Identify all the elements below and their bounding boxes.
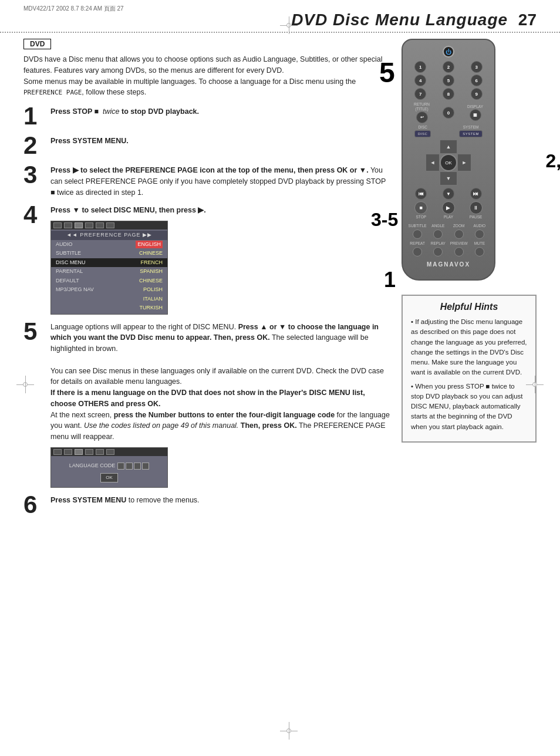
pause-label: PAUSE: [470, 215, 483, 219]
menu-topbar-1: [51, 221, 167, 230]
lc-icon-4: [85, 449, 93, 455]
bottom-labels-1: SUBTITLE ANGLE ZOOM AUDIO: [407, 224, 490, 239]
step-6-number: 6: [23, 492, 46, 517]
btn-5[interactable]: 5: [443, 75, 454, 86]
angle-button[interactable]: [433, 230, 443, 239]
title-label: (TITLE): [416, 107, 429, 111]
mute-label: MUTE: [474, 241, 485, 245]
angle-col: ANGLE: [428, 224, 448, 239]
disc-button[interactable]: DISC: [414, 130, 431, 137]
remote: ⏻ 1 2 3 4 5 6 7 8 9: [402, 39, 495, 281]
skip-row: ⏮ ▼ ⏭: [407, 188, 490, 200]
step-1-content: Press STOP ■ twice to stop DVD playback.: [50, 106, 390, 117]
zoom-col: ZOOM: [449, 224, 469, 239]
play-label: PLAY: [444, 215, 453, 219]
lc-icon-3: [75, 449, 83, 455]
zoom-label: ZOOM: [453, 224, 465, 228]
menu-row-subtitle: SUBTITLECHINESE: [51, 249, 167, 258]
play-transport: ▶ PLAY: [442, 201, 455, 219]
left-crosshair-mark: [16, 376, 34, 393]
lc-icon-2: [64, 449, 72, 455]
step-6-content: Press SYSTEM MENU to remove the menus.: [50, 495, 390, 506]
power-icon: ⏻: [446, 49, 451, 55]
lc-icon-6: [106, 449, 114, 455]
btn-0[interactable]: 0: [443, 107, 454, 119]
system-button[interactable]: SYSTEM: [459, 130, 483, 137]
btn-prev[interactable]: ⏮: [415, 188, 427, 200]
return-label: RETURN: [414, 102, 430, 106]
lc-body: LANGUAGE CODE OK: [51, 456, 167, 488]
subtitle-button[interactable]: [413, 230, 422, 239]
replay-button[interactable]: [433, 247, 443, 256]
menu-row-parental: PARENTALSPANISH: [51, 267, 167, 276]
menu-row-turkish: TURKISH: [51, 303, 167, 313]
step-2-content: Press SYSTEM MENU.: [50, 136, 390, 147]
brand-label: MAGNAVOX: [407, 261, 490, 268]
stop-button[interactable]: ■: [414, 201, 427, 214]
btn-1[interactable]: 1: [414, 61, 426, 73]
power-button[interactable]: ⏻: [443, 46, 454, 58]
audio-col: AUDIO: [470, 224, 490, 239]
menu-row-mp3: MP3/JPEG NAVPOLISH: [51, 285, 167, 295]
step-3-content: Press ▶ to select the PREFERENCE PAGE ic…: [50, 165, 390, 198]
step-4-number: 4: [23, 203, 46, 227]
nav-left-button[interactable]: ◄: [426, 154, 440, 171]
step-4-content: Press ▼ to select DISC MENU, then press …: [50, 205, 390, 314]
btn-next[interactable]: ⏭: [470, 188, 482, 200]
nav-right-button[interactable]: ►: [457, 154, 471, 171]
menu-row-disc-menu: DISC MENUFRENCH: [51, 258, 167, 268]
btn-down2[interactable]: ▼: [443, 188, 454, 200]
bottom-crosshair-mark: [280, 722, 298, 740]
btn-8[interactable]: 8: [443, 88, 454, 100]
btn-2[interactable]: 2: [443, 61, 454, 73]
mute-col: MUTE: [470, 241, 490, 256]
preview-button[interactable]: [454, 247, 464, 256]
menu-icon-5: [96, 222, 104, 228]
subtitle-col: SUBTITLE: [407, 224, 427, 239]
step-1-row: 1 Press STOP ■ twice to stop DVD playbac…: [23, 106, 390, 129]
lc-icon-5: [96, 449, 104, 455]
nav-ok-button[interactable]: OK: [440, 154, 457, 171]
btn-7[interactable]: 7: [414, 88, 426, 100]
helpful-hints-title: Helpful Hints: [411, 302, 527, 312]
repeat-col: REPEAT: [407, 241, 427, 256]
menu-row-audio: AUDIOENGLISH: [51, 240, 167, 249]
play-button[interactable]: ▶: [442, 201, 455, 214]
audio-button[interactable]: [475, 230, 484, 239]
step-6-row: 6 Press SYSTEM MENU to remove the menus.: [23, 495, 390, 517]
pause-button[interactable]: ⏸: [470, 201, 483, 214]
menu-icon-4: [85, 222, 93, 228]
menu-icon-2: [64, 222, 72, 228]
audio-label: AUDIO: [474, 224, 486, 228]
content-area: DVD DVDs have a Disc menu that allows yo…: [0, 33, 560, 530]
lc-topbar: [51, 448, 167, 456]
mute-button[interactable]: [475, 247, 484, 256]
step-label-1: 1: [384, 268, 396, 292]
btn-9[interactable]: 9: [471, 88, 483, 100]
remote-wrapper: 5 2,6 3-5 1 ⏻ 1 2 3 4 5: [402, 39, 537, 281]
right-column: 5 2,6 3-5 1 ⏻ 1 2 3 4 5: [402, 39, 537, 524]
nav-up-button[interactable]: ▲: [440, 140, 457, 154]
replay-col: REPLAY: [428, 241, 448, 256]
replay-label: REPLAY: [431, 241, 446, 245]
step-label-26: 2,6: [546, 150, 560, 172]
menu-body-1: ◄◄ PREFERENCE PAGE ▶▶ AUDIOENGLISH SUBTI…: [51, 230, 167, 314]
btn-4[interactable]: 4: [414, 75, 426, 86]
repeat-button[interactable]: [413, 247, 422, 256]
system-label: SYSTEM: [463, 125, 479, 129]
btn-return[interactable]: ↩: [416, 112, 428, 123]
btn-6[interactable]: 6: [471, 75, 483, 86]
stop-label: STOP: [416, 215, 427, 219]
nav-down-button[interactable]: ▼: [440, 171, 457, 185]
repeat-label: REPEAT: [410, 241, 425, 245]
menu-row-italian: ITALIAN: [51, 295, 167, 304]
step-5-content: Language options will appear to the righ…: [50, 322, 390, 488]
page-number: 27: [514, 11, 537, 29]
zoom-button[interactable]: [454, 230, 464, 239]
btn-display[interactable]: ▦: [470, 109, 481, 121]
btn-3[interactable]: 3: [471, 61, 483, 73]
lc-ok-button[interactable]: OK: [100, 473, 118, 482]
lc-box-4: [142, 463, 149, 470]
step-2-number: 2: [23, 133, 46, 158]
subtitle-label: SUBTITLE: [409, 224, 427, 228]
